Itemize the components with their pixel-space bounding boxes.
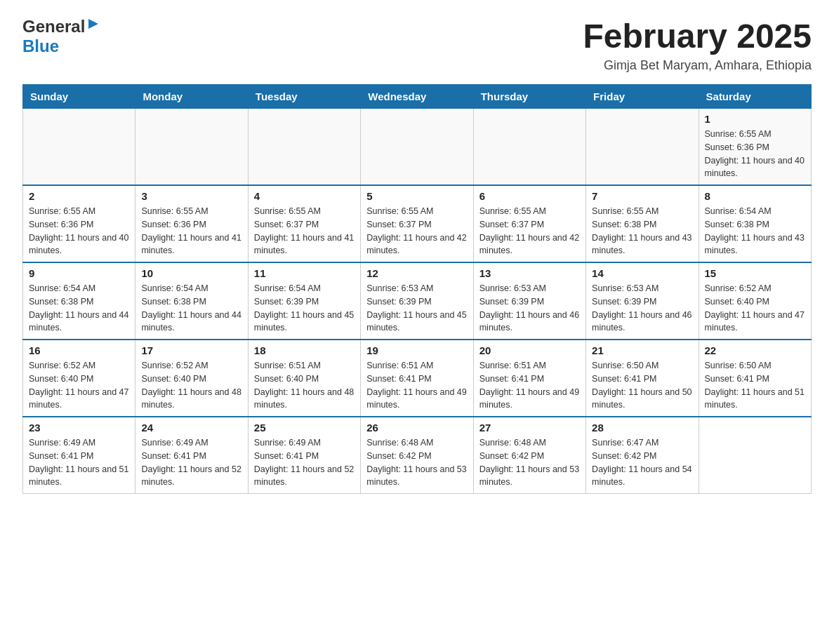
day-number: 23: [29, 422, 129, 434]
calendar-cell: 1Sunrise: 6:55 AM Sunset: 6:36 PM Daylig…: [699, 109, 811, 186]
calendar-cell: 10Sunrise: 6:54 AM Sunset: 6:38 PM Dayli…: [135, 262, 248, 340]
logo-blue-text: Blue: [22, 36, 59, 55]
day-info: Sunrise: 6:55 AM Sunset: 6:37 PM Dayligh…: [479, 205, 580, 257]
calendar-week-row: 9Sunrise: 6:54 AM Sunset: 6:38 PM Daylig…: [23, 262, 812, 340]
calendar-day-header: Wednesday: [361, 85, 473, 109]
day-number: 6: [479, 190, 580, 202]
day-number: 9: [29, 267, 129, 279]
calendar-subtitle: Gimja Bet Maryam, Amhara, Ethiopia: [583, 58, 812, 73]
logo-triangle-icon: [87, 18, 100, 33]
calendar-cell: 13Sunrise: 6:53 AM Sunset: 6:39 PM Dayli…: [473, 262, 585, 340]
day-info: Sunrise: 6:55 AM Sunset: 6:37 PM Dayligh…: [254, 205, 355, 257]
day-info: Sunrise: 6:48 AM Sunset: 6:42 PM Dayligh…: [479, 436, 580, 489]
day-info: Sunrise: 6:52 AM Sunset: 6:40 PM Dayligh…: [29, 359, 129, 412]
calendar-cell: 8Sunrise: 6:54 AM Sunset: 6:38 PM Daylig…: [699, 185, 811, 262]
calendar-cell: 27Sunrise: 6:48 AM Sunset: 6:42 PM Dayli…: [473, 417, 585, 494]
calendar-cell: 3Sunrise: 6:55 AM Sunset: 6:36 PM Daylig…: [135, 185, 248, 262]
day-info: Sunrise: 6:48 AM Sunset: 6:42 PM Dayligh…: [366, 436, 467, 489]
day-info: Sunrise: 6:53 AM Sunset: 6:39 PM Dayligh…: [366, 282, 467, 335]
day-info: Sunrise: 6:55 AM Sunset: 6:36 PM Dayligh…: [705, 128, 805, 180]
calendar-cell: [586, 109, 699, 186]
calendar-cell: 12Sunrise: 6:53 AM Sunset: 6:39 PM Dayli…: [361, 262, 473, 340]
day-number: 4: [254, 190, 355, 202]
day-info: Sunrise: 6:55 AM Sunset: 6:36 PM Dayligh…: [141, 205, 241, 257]
day-number: 26: [366, 422, 467, 434]
day-number: 13: [479, 267, 580, 279]
calendar-table: SundayMondayTuesdayWednesdayThursdayFrid…: [22, 84, 812, 494]
day-info: Sunrise: 6:51 AM Sunset: 6:41 PM Dayligh…: [366, 359, 467, 412]
day-number: 20: [479, 344, 580, 356]
calendar-cell: 16Sunrise: 6:52 AM Sunset: 6:40 PM Dayli…: [23, 340, 135, 417]
day-number: 2: [29, 190, 129, 202]
calendar-cell: 15Sunrise: 6:52 AM Sunset: 6:40 PM Dayli…: [699, 262, 811, 340]
calendar-cell: 20Sunrise: 6:51 AM Sunset: 6:41 PM Dayli…: [473, 340, 585, 417]
day-info: Sunrise: 6:55 AM Sunset: 6:38 PM Dayligh…: [592, 205, 692, 257]
day-info: Sunrise: 6:53 AM Sunset: 6:39 PM Dayligh…: [479, 282, 580, 335]
day-info: Sunrise: 6:51 AM Sunset: 6:41 PM Dayligh…: [479, 359, 580, 412]
day-number: 28: [592, 422, 692, 434]
calendar-cell: [361, 109, 473, 186]
calendar-cell: [23, 109, 135, 186]
day-info: Sunrise: 6:49 AM Sunset: 6:41 PM Dayligh…: [254, 436, 355, 489]
day-number: 10: [141, 267, 241, 279]
day-number: 22: [705, 344, 805, 356]
calendar-cell: 17Sunrise: 6:52 AM Sunset: 6:40 PM Dayli…: [135, 340, 248, 417]
calendar-week-row: 1Sunrise: 6:55 AM Sunset: 6:36 PM Daylig…: [23, 109, 812, 186]
calendar-day-header: Tuesday: [248, 85, 360, 109]
calendar-cell: [473, 109, 585, 186]
calendar-cell: [135, 109, 248, 186]
day-number: 18: [254, 344, 355, 356]
day-info: Sunrise: 6:54 AM Sunset: 6:38 PM Dayligh…: [141, 282, 241, 335]
day-number: 5: [366, 190, 467, 202]
logo: General Blue: [22, 17, 100, 56]
day-info: Sunrise: 6:47 AM Sunset: 6:42 PM Dayligh…: [592, 436, 692, 489]
day-number: 1: [705, 113, 805, 125]
title-block: February 2025 Gimja Bet Maryam, Amhara, …: [583, 17, 812, 73]
calendar-cell: 6Sunrise: 6:55 AM Sunset: 6:37 PM Daylig…: [473, 185, 585, 262]
day-number: 7: [592, 190, 692, 202]
calendar-cell: [699, 417, 811, 494]
calendar-cell: 24Sunrise: 6:49 AM Sunset: 6:41 PM Dayli…: [135, 417, 248, 494]
day-number: 12: [366, 267, 467, 279]
calendar-cell: 18Sunrise: 6:51 AM Sunset: 6:40 PM Dayli…: [248, 340, 360, 417]
day-info: Sunrise: 6:49 AM Sunset: 6:41 PM Dayligh…: [141, 436, 241, 489]
calendar-cell: 14Sunrise: 6:53 AM Sunset: 6:39 PM Dayli…: [586, 262, 699, 340]
day-number: 14: [592, 267, 692, 279]
calendar-cell: 28Sunrise: 6:47 AM Sunset: 6:42 PM Dayli…: [586, 417, 699, 494]
calendar-cell: 26Sunrise: 6:48 AM Sunset: 6:42 PM Dayli…: [361, 417, 473, 494]
day-info: Sunrise: 6:52 AM Sunset: 6:40 PM Dayligh…: [705, 282, 805, 335]
day-number: 17: [141, 344, 241, 356]
calendar-week-row: 23Sunrise: 6:49 AM Sunset: 6:41 PM Dayli…: [23, 417, 812, 494]
calendar-cell: 22Sunrise: 6:50 AM Sunset: 6:41 PM Dayli…: [699, 340, 811, 417]
day-info: Sunrise: 6:54 AM Sunset: 6:38 PM Dayligh…: [29, 282, 129, 335]
calendar-day-header: Sunday: [23, 85, 135, 109]
calendar-cell: [248, 109, 360, 186]
day-number: 15: [705, 267, 805, 279]
calendar-cell: 11Sunrise: 6:54 AM Sunset: 6:39 PM Dayli…: [248, 262, 360, 340]
day-number: 19: [366, 344, 467, 356]
calendar-day-header: Friday: [586, 85, 699, 109]
calendar-day-header: Monday: [135, 85, 248, 109]
calendar-cell: 2Sunrise: 6:55 AM Sunset: 6:36 PM Daylig…: [23, 185, 135, 262]
calendar-day-header: Saturday: [699, 85, 811, 109]
svg-marker-0: [88, 19, 98, 29]
day-info: Sunrise: 6:55 AM Sunset: 6:37 PM Dayligh…: [366, 205, 467, 257]
day-number: 3: [141, 190, 241, 202]
calendar-cell: 5Sunrise: 6:55 AM Sunset: 6:37 PM Daylig…: [361, 185, 473, 262]
day-number: 24: [141, 422, 241, 434]
day-info: Sunrise: 6:50 AM Sunset: 6:41 PM Dayligh…: [705, 359, 805, 412]
day-info: Sunrise: 6:51 AM Sunset: 6:40 PM Dayligh…: [254, 359, 355, 412]
calendar-cell: 7Sunrise: 6:55 AM Sunset: 6:38 PM Daylig…: [586, 185, 699, 262]
calendar-week-row: 2Sunrise: 6:55 AM Sunset: 6:36 PM Daylig…: [23, 185, 812, 262]
calendar-cell: 4Sunrise: 6:55 AM Sunset: 6:37 PM Daylig…: [248, 185, 360, 262]
calendar-cell: 25Sunrise: 6:49 AM Sunset: 6:41 PM Dayli…: [248, 417, 360, 494]
logo-general-text: General: [22, 17, 85, 36]
day-info: Sunrise: 6:49 AM Sunset: 6:41 PM Dayligh…: [29, 436, 129, 489]
day-number: 25: [254, 422, 355, 434]
day-info: Sunrise: 6:50 AM Sunset: 6:41 PM Dayligh…: [592, 359, 692, 412]
day-number: 21: [592, 344, 692, 356]
day-info: Sunrise: 6:55 AM Sunset: 6:36 PM Dayligh…: [29, 205, 129, 257]
calendar-title: February 2025: [583, 17, 812, 55]
calendar-week-row: 16Sunrise: 6:52 AM Sunset: 6:40 PM Dayli…: [23, 340, 812, 417]
calendar-day-header: Thursday: [473, 85, 585, 109]
